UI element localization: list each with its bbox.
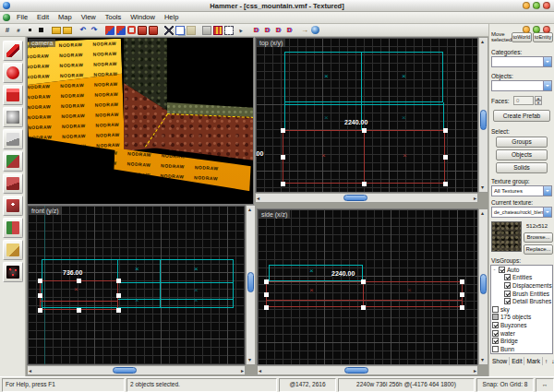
texture-application-tool-button[interactable] [3, 151, 23, 172]
spinner-down-icon[interactable]: ▼ [535, 101, 542, 105]
smaller-grid-icon[interactable] [25, 26, 34, 35]
close-button[interactable] [543, 2, 550, 9]
texture-lock-icon[interactable] [251, 26, 260, 35]
document-icon[interactable] [3, 14, 10, 21]
displacement-walkable-icon[interactable] [273, 26, 283, 35]
visgroup-item-brush-entities[interactable]: Brush Entities [491, 290, 552, 298]
visgroups-edit-button[interactable]: Edit [510, 357, 524, 365]
scroll-thumb[interactable] [113, 367, 137, 374]
displacement-alpha-icon[interactable] [262, 26, 271, 35]
menu-map[interactable]: Map [54, 12, 77, 23]
visgroup-item-bridge[interactable]: Bridge [491, 337, 552, 345]
new-selection-icon[interactable] [224, 26, 234, 35]
selection-handle[interactable] [362, 128, 367, 133]
overlay-tool-button[interactable] [3, 218, 23, 238]
visgroup-item-displacements[interactable]: Displacements [491, 281, 552, 290]
visgroup-item-auto[interactable]: -Auto [491, 266, 552, 274]
to-entity-button[interactable]: toEntity [533, 32, 553, 42]
selection-handle[interactable] [116, 293, 121, 298]
toggle-grid-icon[interactable] [3, 26, 12, 35]
checkbox[interactable] [492, 322, 499, 328]
apply-current-texture-tool-button[interactable] [3, 173, 23, 194]
texture-preview[interactable] [491, 221, 522, 252]
selection-tool-button[interactable] [3, 41, 23, 61]
checkbox[interactable] [492, 314, 499, 320]
camera-tool-button[interactable] [3, 85, 23, 105]
replace-button[interactable]: Replace... [524, 244, 553, 255]
selection-handle[interactable] [116, 279, 121, 283]
selection-handle[interactable] [281, 155, 285, 160]
viewport-camera[interactable]: NODRAW NODRAW NODRAW NODRAW NODRAW NODRA… [27, 37, 254, 205]
selection-handle[interactable] [77, 279, 81, 283]
create-prefab-button[interactable]: Create Prefab [493, 110, 550, 122]
menu-view[interactable]: View [77, 12, 101, 23]
checkbox[interactable] [492, 306, 499, 313]
visgroup-item-water[interactable]: water [491, 329, 552, 338]
checkbox[interactable] [504, 282, 511, 289]
visgroup-item-bunn[interactable]: Bunn [491, 345, 552, 353]
apply-decals-tool-button[interactable] [3, 196, 23, 216]
mdi-restore-button[interactable] [533, 26, 540, 33]
helpers-icon[interactable] [311, 26, 319, 34]
selection-handle[interactable] [38, 308, 42, 313]
checkbox[interactable] [499, 267, 505, 273]
select-cursor-icon[interactable] [235, 26, 245, 35]
undo-icon[interactable] [78, 26, 88, 35]
select-objects-button[interactable]: Objects [496, 149, 548, 160]
faces-input[interactable]: 0 [513, 96, 534, 105]
select-groups-button[interactable]: Groups [496, 137, 548, 148]
texture-group-dropdown[interactable]: All Textures [491, 185, 552, 196]
selection-handle[interactable] [264, 305, 269, 310]
side-horizontal-scrollbar[interactable]: ◂▸ [257, 365, 478, 375]
objects-dropdown[interactable] [491, 80, 552, 91]
selection-handle[interactable] [361, 305, 366, 310]
redo-icon[interactable] [90, 26, 99, 35]
front-vertical-scrollbar[interactable]: ▴▾ [246, 205, 256, 365]
checkbox[interactable] [504, 298, 511, 304]
checkbox[interactable] [492, 330, 499, 337]
displacement-remove-icon[interactable] [284, 26, 294, 35]
carve-icon[interactable] [105, 26, 114, 35]
scroll-thumb[interactable] [247, 272, 254, 292]
current-texture-dropdown[interactable]: de_chateau/rockl_blen [491, 207, 552, 218]
cut-icon[interactable] [164, 26, 174, 35]
group-icon[interactable] [116, 26, 126, 35]
visgroups-move-up-button[interactable]: ↑ [543, 357, 549, 365]
tree-expander-icon[interactable]: - [492, 267, 497, 272]
menu-edit[interactable]: Edit [32, 12, 54, 23]
magnify-tool-button[interactable] [3, 63, 23, 83]
selection-handle[interactable] [460, 292, 464, 297]
front-horizontal-scrollbar[interactable]: ◂▸ [27, 365, 246, 375]
block-tool-button[interactable] [3, 129, 23, 149]
visgroup-item-sky[interactable]: sky [491, 305, 552, 314]
selection-handle[interactable] [281, 182, 285, 186]
selection-handle[interactable] [38, 279, 42, 283]
visgroups-move-down-button[interactable]: ↓ [549, 357, 554, 365]
top-vertical-scrollbar[interactable]: ▴▾ [478, 37, 488, 193]
selection-outline-red[interactable] [266, 281, 463, 307]
viewport-side[interactable]: side (x/z) × × × 2240.00 [257, 208, 478, 365]
visgroups-mark-button[interactable]: Mark [524, 357, 542, 365]
browse-button[interactable]: Browse... [524, 232, 553, 243]
selection-handle[interactable] [77, 308, 81, 313]
checkbox[interactable] [492, 346, 499, 352]
checkbox[interactable] [504, 291, 511, 297]
selection-handle[interactable] [116, 308, 121, 313]
scroll-thumb[interactable] [343, 195, 367, 201]
scroll-thumb[interactable] [480, 274, 487, 294]
toggle-3d-grid-icon[interactable] [14, 26, 23, 35]
menu-file[interactable]: File [12, 12, 32, 23]
entity-tool-button[interactable] [3, 107, 23, 127]
checkbox[interactable] [492, 338, 499, 344]
menu-tools[interactable]: Tools [101, 12, 126, 23]
viewport-front[interactable]: front (y/z) × × × × × × 736.00 [27, 205, 246, 365]
hide-selected-icon[interactable] [138, 26, 147, 35]
selection-handle[interactable] [362, 182, 367, 186]
selection-outline-red[interactable] [40, 280, 118, 310]
save-window-state-icon[interactable] [63, 27, 72, 34]
visgroup-item-entities[interactable]: Entities [491, 274, 552, 282]
selection-handle[interactable] [443, 182, 448, 186]
resize-grip[interactable]: ↔ [536, 378, 554, 392]
minimize-button[interactable] [523, 2, 530, 9]
visgroups-show-button[interactable]: Show [490, 357, 510, 365]
